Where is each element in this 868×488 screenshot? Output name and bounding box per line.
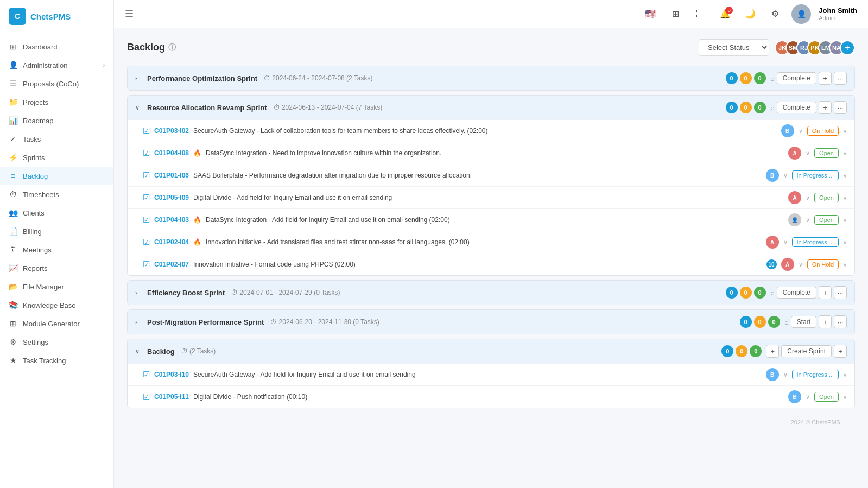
task-expand-chevron[interactable]: ∨: [806, 217, 810, 224]
sidebar-item-tasks[interactable]: ✓ Tasks: [0, 130, 113, 148]
sprint-plus-btn-sprint3[interactable]: +: [819, 286, 832, 299]
sprint-eye-sprint4[interactable]: ⌕: [784, 318, 789, 326]
task-id[interactable]: C01P02-I07: [154, 261, 189, 268]
sidebar-item-knowledge-base[interactable]: 📚 Knowledge Base: [0, 296, 113, 314]
task-status-chevron[interactable]: ∨: [843, 173, 847, 179]
badge-green-backlog: 0: [750, 345, 762, 357]
sprint-header-sprint3[interactable]: › Efficiency Boost Sprint ⏱ 2024-07-01 -…: [128, 281, 854, 305]
sidebar-item-sprints[interactable]: ⚡ Sprints: [0, 148, 113, 167]
sidebar-item-backlog[interactable]: ≡ Backlog: [0, 167, 113, 185]
sidebar-item-clients[interactable]: 👥 Clients: [0, 204, 113, 222]
sprint-chevron-sprint3[interactable]: ›: [135, 289, 143, 296]
create-sprint-btn-backlog[interactable]: Create Sprint: [781, 345, 832, 357]
sprint-more-btn-sprint2[interactable]: ···: [834, 101, 847, 114]
task-checkbox[interactable]: ☑: [143, 148, 150, 158]
task-status-chevron[interactable]: ∨: [843, 394, 847, 400]
sprint-plus-btn-sprint4[interactable]: +: [819, 315, 832, 328]
sidebar-item-task-tracking[interactable]: ★ Task Tracking: [0, 351, 113, 370]
task-id[interactable]: C01P03-I10: [154, 371, 189, 378]
grid-icon[interactable]: ⊞: [667, 5, 684, 23]
sprint-add-btn-backlog[interactable]: +: [834, 345, 847, 358]
sprint-action-btn-sprint2[interactable]: Complete: [777, 102, 816, 113]
flag-icon[interactable]: 🇺🇸: [642, 5, 659, 23]
sprint-plus-btn-backlog[interactable]: +: [766, 345, 779, 358]
sidebar-item-meetings[interactable]: 🗓 Meetings: [0, 240, 113, 259]
settings-icon[interactable]: ⚙: [766, 5, 784, 23]
sprint-header-backlog[interactable]: ∨ Backlog ⏱ (2 Tasks) 0 0 0 + Create Spr…: [128, 339, 854, 363]
task-checkbox[interactable]: ☑: [143, 170, 150, 180]
task-checkbox[interactable]: ☑: [143, 237, 150, 247]
sprint-chevron-sprint1[interactable]: ›: [135, 75, 143, 81]
notification-icon[interactable]: 🔔 0: [717, 5, 734, 23]
sprint-date-sprint3: ⏱ 2024-07-01 - 2024-07-29 (0 Tasks): [231, 289, 340, 296]
content-area: Backlog ⓘ Select Status Complete In Prog…: [114, 28, 868, 488]
status-select[interactable]: Select Status Complete In Progress On Ho…: [699, 39, 769, 56]
fullscreen-icon[interactable]: ⛶: [692, 5, 709, 23]
task-id[interactable]: C01P04-I08: [154, 149, 189, 157]
sidebar-item-reports[interactable]: 📈 Reports: [0, 259, 113, 277]
sidebar-item-roadmap[interactable]: 📊 Roadmap: [0, 111, 113, 130]
task-checkbox[interactable]: ☑: [143, 193, 150, 202]
hamburger-button[interactable]: ☰: [125, 8, 134, 20]
sidebar-item-projects[interactable]: 📁 Projects: [0, 93, 113, 111]
add-member-button[interactable]: +: [840, 40, 855, 55]
sprint-more-btn-sprint1[interactable]: ···: [834, 72, 847, 85]
sprint-eye-sprint3[interactable]: ⌕: [770, 289, 775, 297]
task-id[interactable]: C01P02-I04: [154, 238, 189, 246]
sprint-plus-btn-sprint2[interactable]: +: [819, 101, 832, 114]
sprint-chevron-sprint2[interactable]: ∨: [135, 104, 143, 111]
task-checkbox[interactable]: ☑: [143, 370, 150, 379]
task-id[interactable]: C01P01-I06: [154, 172, 189, 179]
sprint-header-sprint2[interactable]: ∨ Resource Allocation Revamp Sprint ⏱ 20…: [128, 96, 854, 119]
sprint-action-btn-sprint1[interactable]: Complete: [777, 72, 816, 84]
sprint-header-sprint1[interactable]: › Performance Optimization Sprint ⏱ 2024…: [128, 66, 854, 90]
task-expand-chevron[interactable]: ∨: [783, 371, 788, 378]
task-status-chevron[interactable]: ∨: [843, 150, 847, 156]
sidebar-item-administration[interactable]: 👤 Administration ›: [0, 56, 113, 74]
sidebar-item-timesheets[interactable]: ⏱ Timesheets: [0, 185, 113, 204]
sidebar-icon-task-tracking: ★: [9, 356, 17, 365]
sprint-chevron-sprint4[interactable]: ›: [135, 319, 143, 325]
task-status-badge: In Progress ...: [792, 170, 839, 180]
sprint-eye-sprint1[interactable]: ⌕: [770, 74, 775, 83]
task-row: ☑ C01P05-I11 Digital Divide - Push notif…: [128, 385, 854, 408]
sidebar-item-proposals[interactable]: ☰ Proposals (CoCo): [0, 74, 113, 93]
sidebar-item-settings[interactable]: ⚙ Settings: [0, 333, 113, 351]
sprint-chevron-backlog[interactable]: ∨: [135, 348, 143, 355]
task-checkbox[interactable]: ☑: [143, 126, 150, 136]
task-expand-chevron[interactable]: ∨: [783, 239, 788, 246]
task-status-chevron[interactable]: ∨: [843, 195, 847, 201]
sidebar-item-file-manager[interactable]: 📂 File Manager: [0, 277, 113, 296]
task-status-chevron[interactable]: ∨: [843, 217, 847, 223]
sidebar-item-dashboard[interactable]: ⊞ Dashboard: [0, 37, 113, 56]
task-status-chevron[interactable]: ∨: [843, 128, 847, 134]
task-status-chevron[interactable]: ∨: [843, 239, 847, 245]
task-expand-chevron[interactable]: ∨: [799, 128, 803, 135]
task-checkbox[interactable]: ☑: [143, 392, 150, 402]
sidebar-item-billing[interactable]: 📄 Billing: [0, 222, 113, 240]
sidebar-item-module-generator[interactable]: ⊞ Module Generator: [0, 314, 113, 333]
main-area: ☰ 🇺🇸 ⊞ ⛶ 🔔 0 🌙 ⚙ 👤 John Smith Admin Back…: [114, 0, 868, 488]
task-status-chevron[interactable]: ∨: [843, 262, 847, 268]
task-checkbox[interactable]: ☑: [143, 215, 150, 225]
sprint-action-btn-sprint4[interactable]: Start: [791, 316, 816, 328]
task-expand-chevron[interactable]: ∨: [806, 194, 810, 201]
task-id[interactable]: C01P05-I09: [154, 194, 189, 201]
task-expand-chevron[interactable]: ∨: [799, 261, 803, 268]
sprint-eye-sprint2[interactable]: ⌕: [770, 104, 775, 112]
task-expand-chevron[interactable]: ∨: [806, 150, 810, 157]
sprint-header-sprint4[interactable]: › Post-Migration Performance Sprint ⏱ 20…: [128, 310, 854, 334]
task-id[interactable]: C01P05-I11: [154, 393, 189, 401]
task-id[interactable]: C01P03-I02: [154, 127, 189, 135]
task-expand-chevron[interactable]: ∨: [806, 394, 810, 401]
task-expand-chevron[interactable]: ∨: [783, 172, 788, 179]
task-status-chevron[interactable]: ∨: [843, 372, 847, 378]
sprint-plus-btn-sprint1[interactable]: +: [819, 72, 832, 85]
sprint-action-btn-sprint3[interactable]: Complete: [777, 287, 816, 299]
sprint-more-btn-sprint4[interactable]: ···: [834, 315, 847, 328]
theme-icon[interactable]: 🌙: [742, 5, 759, 23]
sidebar-logo[interactable]: C ChetsPMS: [0, 0, 113, 33]
task-id[interactable]: C01P04-I03: [154, 216, 189, 224]
task-checkbox[interactable]: ☑: [143, 259, 150, 269]
sprint-more-btn-sprint3[interactable]: ···: [834, 286, 847, 299]
